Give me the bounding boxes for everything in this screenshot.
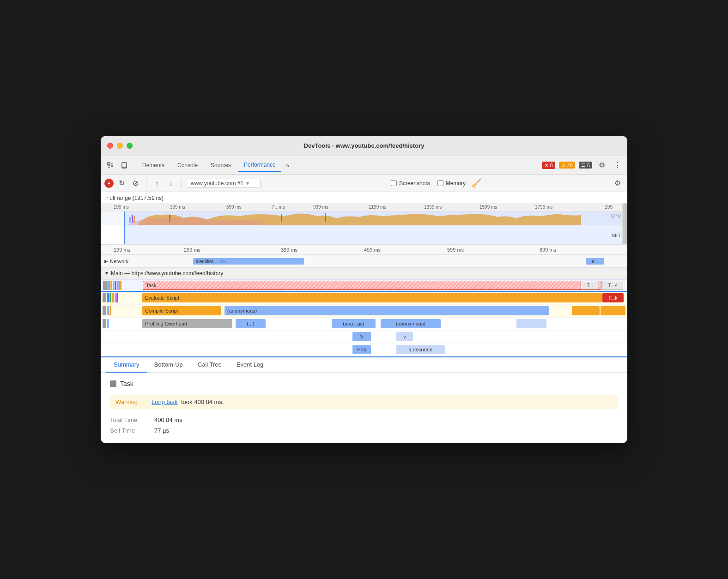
tab-elements[interactable]: Elements bbox=[136, 159, 170, 172]
warning-row: Warning Long task took 400.84 ms. bbox=[110, 395, 618, 409]
summary-task-label: Task bbox=[120, 380, 133, 387]
main-section-collapse-icon[interactable]: ▼ bbox=[104, 271, 109, 276]
tab-event-log[interactable]: Event Log bbox=[229, 357, 271, 373]
timeline-overview[interactable]: 199 ms 399 ms 599 ms 7…ms 999 ms 1199 ms… bbox=[101, 203, 627, 245]
v-row[interactable]: V v bbox=[101, 331, 627, 344]
compile-right-1 bbox=[572, 306, 600, 315]
network-expand-icon[interactable]: ▶ bbox=[104, 259, 108, 264]
anonymous-block[interactable]: (anonymous) bbox=[224, 306, 549, 315]
traffic-lights bbox=[107, 143, 133, 149]
flame-rows: Task T... T...k bbox=[101, 279, 627, 356]
compile-right-2 bbox=[601, 306, 625, 315]
network-label: Network bbox=[110, 259, 128, 264]
network-bar-2: e... bbox=[586, 258, 604, 265]
main-section-label: Main — https://www.youtube.com/feed/hist… bbox=[111, 270, 223, 277]
detail-mark-399: 399 ms bbox=[281, 247, 297, 253]
compile-script-block[interactable]: Compile Script bbox=[142, 306, 221, 315]
detail-mark-599: 599 ms bbox=[447, 247, 464, 253]
devtools-window: DevTools - www.youtube.com/feed/history … bbox=[101, 136, 627, 443]
error-badge[interactable]: ✕ 8 bbox=[542, 162, 555, 169]
screenshots-checkbox[interactable] bbox=[391, 180, 397, 186]
clear-button[interactable]: ⊘ bbox=[129, 177, 141, 189]
light-blue-block bbox=[516, 319, 546, 328]
warning-message: Long task took 400.84 ms. bbox=[152, 398, 224, 405]
task-row[interactable]: Task T... T...k bbox=[101, 279, 627, 292]
dots-block[interactable]: (...) bbox=[236, 319, 266, 328]
ruler-mark-999: 999 ms bbox=[313, 205, 328, 210]
ruler-mark-end: 199 bbox=[605, 205, 613, 210]
profiling-overhead-row[interactable]: Profiling Overhead (...) (ano...us) (ano… bbox=[101, 318, 627, 331]
memory-checkbox[interactable] bbox=[437, 180, 443, 186]
total-time-label: Total Time bbox=[110, 416, 147, 423]
ruler-mark-1799: 1799 ms bbox=[535, 205, 552, 210]
ano-us-block[interactable]: (ano...us) bbox=[332, 319, 376, 328]
performance-panel: Full range (1917.51ms) 199 ms 399 ms 599… bbox=[101, 192, 627, 443]
summary-panel: Summary Bottom-Up Call Tree Event Log Ta… bbox=[101, 356, 627, 443]
phb-row[interactable]: Phb a.decorate bbox=[101, 344, 627, 356]
tab-summary[interactable]: Summary bbox=[106, 357, 147, 373]
download-button[interactable]: ↓ bbox=[165, 177, 177, 189]
compile-script-row[interactable]: Compile Script (anonymous) bbox=[101, 305, 627, 318]
evaluate-script-row[interactable]: Evaluate Script F...k bbox=[101, 292, 627, 305]
tab-icons bbox=[104, 159, 130, 171]
tab-bottom-up[interactable]: Bottom-Up bbox=[147, 357, 190, 373]
device-toggle-icon[interactable] bbox=[118, 159, 130, 171]
cpu-label: CPU bbox=[611, 213, 621, 218]
more-tabs-button[interactable]: » bbox=[283, 160, 292, 171]
long-task-link[interactable]: Long task bbox=[152, 398, 177, 405]
url-dropdown[interactable]: www.youtube.com #1 ▾ bbox=[187, 179, 261, 188]
settings-icon[interactable]: ⚙ bbox=[596, 159, 608, 171]
task-label-tk: T...k bbox=[602, 281, 623, 290]
screenshots-checkbox-label[interactable]: Screenshots bbox=[391, 180, 430, 187]
more-options-icon[interactable]: ⋮ bbox=[612, 159, 624, 171]
window-title: DevTools - www.youtube.com/feed/history bbox=[304, 142, 425, 149]
badge-area: ✕ 8 ⚠ 20 ☰ 6 ⚙ ⋮ bbox=[542, 159, 624, 171]
total-time-value: 400.84 ms bbox=[154, 416, 182, 423]
self-time-label: Self Time bbox=[110, 427, 147, 434]
minimize-button[interactable] bbox=[117, 143, 123, 149]
a-decorate-block[interactable]: a.decorate bbox=[396, 345, 445, 354]
summary-tabs: Summary Bottom-Up Call Tree Event Log bbox=[101, 357, 627, 373]
tab-bar: Elements Console Sources Performance » ✕… bbox=[101, 156, 627, 175]
fk-block[interactable]: F...k bbox=[602, 293, 624, 302]
title-bar: DevTools - www.youtube.com/feed/history bbox=[101, 136, 627, 156]
ruler-mark-199: 199 ms bbox=[114, 205, 129, 210]
ruler-mark-7xx: 7…ms bbox=[272, 205, 285, 210]
tab-console[interactable]: Console bbox=[172, 159, 203, 172]
total-time-row: Total Time 400.84 ms bbox=[110, 415, 618, 425]
clear-recordings-icon[interactable]: 🧹 bbox=[471, 178, 481, 188]
maximize-button[interactable] bbox=[127, 143, 133, 149]
task-title-row: Task bbox=[110, 380, 618, 387]
task-block[interactable]: Task bbox=[143, 281, 601, 290]
self-time-row: Self Time 77 µs bbox=[110, 425, 618, 436]
info-badge[interactable]: ☰ 6 bbox=[579, 162, 592, 169]
profiling-overhead-block[interactable]: Profiling Overhead bbox=[142, 319, 232, 328]
capture-settings-icon[interactable]: ⚙ bbox=[612, 177, 624, 189]
evaluate-script-block[interactable]: Evaluate Script bbox=[142, 293, 602, 302]
network-bar-1: identifier ... ⇔ bbox=[193, 258, 304, 265]
close-button[interactable] bbox=[107, 143, 113, 149]
detail-mark-299: 299 ms bbox=[184, 247, 200, 253]
tab-performance[interactable]: Performance bbox=[238, 159, 281, 172]
reload-record-button[interactable]: ↻ bbox=[115, 177, 127, 189]
main-section-header: ▼ Main — https://www.youtube.com/feed/hi… bbox=[101, 268, 627, 279]
warning-badge[interactable]: ⚠ 20 bbox=[559, 162, 575, 169]
v-upper-block[interactable]: V bbox=[352, 332, 371, 341]
detail-mark-199: 199 ms bbox=[114, 247, 130, 253]
svg-rect-0 bbox=[108, 163, 110, 165]
upload-button[interactable]: ↑ bbox=[151, 177, 163, 189]
task-label-t: T... bbox=[581, 281, 599, 290]
flame-chart: ▼ Main — https://www.youtube.com/feed/hi… bbox=[101, 268, 627, 356]
warning-label: Warning bbox=[115, 398, 148, 405]
performance-toolbar: ● ↻ ⊘ ↑ ↓ www.youtube.com #1 ▾ Screensho… bbox=[101, 175, 627, 192]
ruler-mark-399: 399 ms bbox=[170, 205, 185, 210]
memory-checkbox-label[interactable]: Memory bbox=[437, 180, 466, 187]
v-lower-block[interactable]: v bbox=[396, 332, 413, 341]
tab-call-tree[interactable]: Call Tree bbox=[190, 357, 229, 373]
tab-sources[interactable]: Sources bbox=[205, 159, 237, 172]
full-range-label: Full range (1917.51ms) bbox=[101, 192, 627, 203]
phb-block[interactable]: Phb bbox=[352, 345, 371, 354]
anonymous2-block[interactable]: (anonymous) bbox=[381, 319, 441, 328]
record-button[interactable]: ● bbox=[104, 179, 114, 188]
inspect-icon[interactable] bbox=[104, 159, 116, 171]
